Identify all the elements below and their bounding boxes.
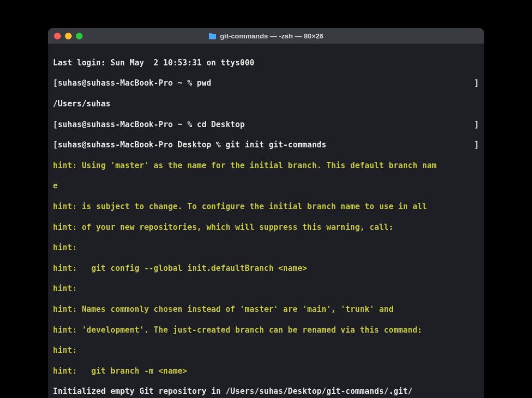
prompt-text: [suhas@suhass-MacBook-Pro ~ % cd Desktop (53, 120, 245, 130)
terminal-line: [suhas@suhass-MacBook-Pro ~ % cd Desktop… (53, 120, 479, 130)
window-title-text: git-commands — -zsh — 80×26 (220, 32, 323, 40)
zoom-button[interactable] (76, 33, 83, 39)
terminal-line: hint: is subject to change. To configure… (53, 202, 479, 212)
prompt-text: [suhas@suhass-MacBook-Pro ~ % pwd (53, 78, 211, 89)
terminal-line: /Users/suhas (53, 99, 479, 109)
terminal-line: [suhas@suhass-MacBook-Pro ~ % pwd] (53, 78, 479, 89)
window-title: git-commands — -zsh — 80×26 (48, 32, 484, 40)
terminal-line: e (53, 181, 479, 191)
terminal-line: Last login: Sun May 2 10:53:31 on ttys00… (53, 58, 479, 68)
prompt-text: [suhas@suhass-MacBook-Pro Desktop % git … (53, 140, 326, 150)
line-end-bracket: ] (474, 78, 479, 89)
terminal-body[interactable]: Last login: Sun May 2 10:53:31 on ttys00… (48, 44, 484, 398)
terminal-line: hint: (53, 243, 479, 253)
line-end-bracket: ] (474, 120, 479, 130)
close-button[interactable] (54, 33, 61, 39)
terminal-line: Initialized empty Git repository in /Use… (53, 387, 479, 397)
terminal-line: hint: (53, 346, 479, 356)
terminal-line: hint: Names commonly chosen instead of '… (53, 305, 479, 315)
terminal-window: git-commands — -zsh — 80×26 Last login: … (48, 28, 484, 398)
title-bar[interactable]: git-commands — -zsh — 80×26 (48, 28, 484, 44)
terminal-line: hint: git config --global init.defaultBr… (53, 264, 479, 274)
terminal-line: hint: Using 'master' as the name for the… (53, 161, 479, 171)
traffic-lights (54, 33, 83, 39)
terminal-line: hint: of your new repositories, which wi… (53, 223, 479, 233)
terminal-line: hint: git branch -m <name> (53, 366, 479, 377)
terminal-line: [suhas@suhass-MacBook-Pro Desktop % git … (53, 140, 479, 150)
line-end-bracket: ] (474, 140, 479, 150)
folder-icon (208, 33, 217, 39)
terminal-line: hint: (53, 284, 479, 294)
terminal-line: hint: 'development'. The just-created br… (53, 325, 479, 336)
minimize-button[interactable] (65, 33, 72, 39)
